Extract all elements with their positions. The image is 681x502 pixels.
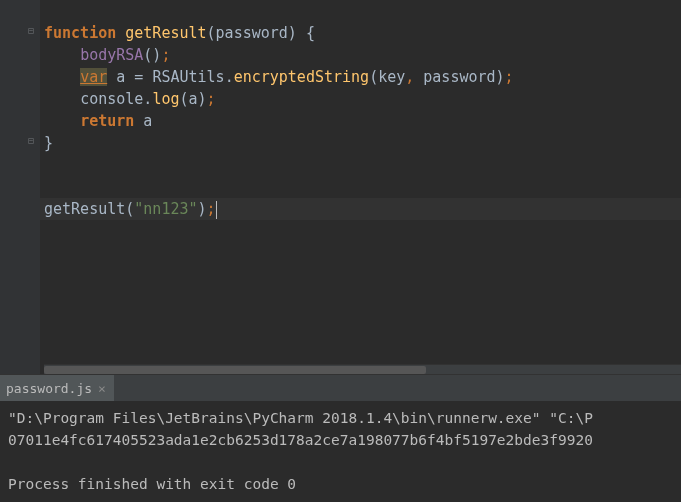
code-editor[interactable]: function getResult(password) { bodyRSA()… [40, 0, 681, 374]
code-line-1[interactable]: function getResult(password) { [40, 22, 681, 44]
code-line-4[interactable]: console.log(a); [40, 88, 681, 110]
expand-icon[interactable]: ⊟ [28, 135, 34, 146]
code-line-blank-2[interactable] [40, 176, 681, 198]
close-icon[interactable]: × [98, 381, 106, 396]
output-line-1: "D:\Program Files\JetBrains\PyCharm 2018… [8, 410, 593, 426]
editor-region: ⊟ ⊟ function getResult(password) { bodyR… [0, 0, 681, 374]
code-line-6[interactable]: } [40, 132, 681, 154]
code-line-7[interactable]: getResult("nn123"); [40, 198, 681, 220]
code-line-3[interactable]: var a = RSAUtils.encryptedString(key, pa… [40, 66, 681, 88]
console-output[interactable]: "D:\Program Files\JetBrains\PyCharm 2018… [0, 401, 681, 502]
code-line-blank-1[interactable] [40, 154, 681, 176]
console-tabs: password.js × [0, 375, 681, 401]
console-panel: password.js × "D:\Program Files\JetBrain… [0, 374, 681, 502]
horizontal-scrollbar[interactable] [44, 364, 681, 374]
collapse-icon[interactable]: ⊟ [28, 25, 34, 36]
output-line-4: Process finished with exit code 0 [8, 476, 296, 492]
output-line-2: 07011e4fc617405523ada1e2cb6253d178a2ce7a… [8, 432, 593, 448]
console-tab-password[interactable]: password.js × [0, 375, 114, 401]
scrollbar-thumb[interactable] [44, 366, 426, 374]
console-tab-label: password.js [6, 381, 92, 396]
gutter: ⊟ ⊟ [0, 0, 40, 374]
code-line-5[interactable]: return a [40, 110, 681, 132]
caret [216, 201, 217, 219]
code-line-2[interactable]: bodyRSA(); [40, 44, 681, 66]
